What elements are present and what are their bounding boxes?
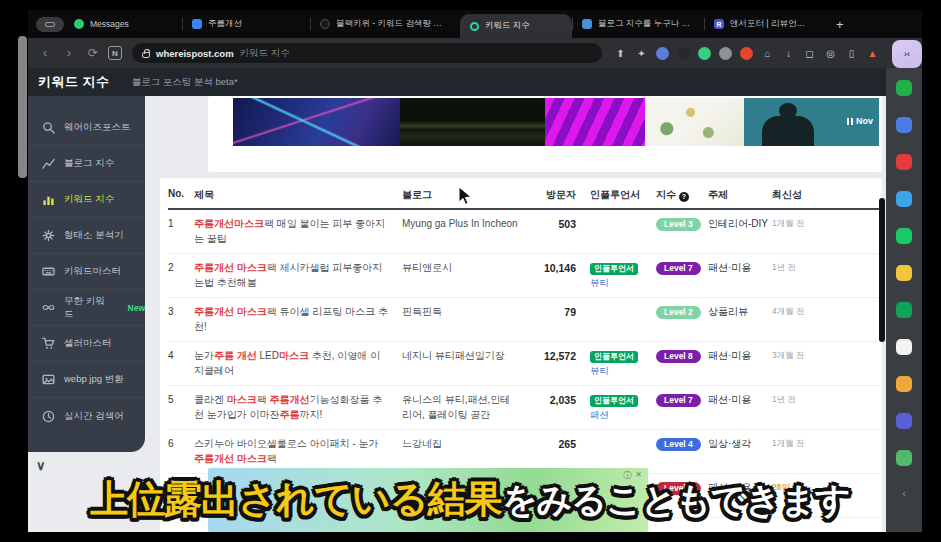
url-host: whereispost.com bbox=[156, 48, 234, 59]
visitor-count: 10,146 bbox=[528, 261, 576, 276]
green-play-app-icon[interactable] bbox=[896, 302, 912, 318]
browser-tab-3[interactable]: 블랙키위 - 키워드 검색량 조회 bbox=[310, 10, 460, 38]
blog-name[interactable]: Myung ga Plus In Incheon bbox=[402, 217, 528, 232]
post-title-link[interactable]: 콜라겐 마스크팩 주름개선기능성화장품 추천 눈가입가 이마잔주름까지! bbox=[194, 393, 402, 422]
tab-group-pill[interactable] bbox=[36, 17, 64, 32]
blog-name[interactable]: 네지니 뷰티패션일기장 bbox=[402, 349, 528, 364]
sidebar-item-5[interactable]: 키워드마스터 bbox=[28, 254, 145, 290]
row-number: 2 bbox=[168, 261, 194, 276]
tab-label: 앤서포터 | 리뷰언즈 포털 bbox=[730, 18, 812, 30]
row-number: 6 bbox=[168, 437, 194, 452]
clock-icon bbox=[42, 410, 55, 423]
sidebar-item-7[interactable]: 셀러마스터 bbox=[28, 326, 145, 362]
post-title-link[interactable]: 눈가주름 개선 LED마스크 추천, 이영애 이지클레어 bbox=[194, 349, 402, 378]
lightblue-app-icon[interactable] bbox=[896, 191, 912, 207]
banner-segment-circuit-art[interactable] bbox=[233, 98, 400, 146]
browser-tab-6[interactable]: R앤서포터 | 리뷰언즈 포털 bbox=[704, 10, 822, 38]
profile-gray-avatar[interactable] bbox=[719, 47, 732, 60]
infinity-icon bbox=[42, 301, 55, 314]
split-icon[interactable]: ▯ bbox=[845, 47, 858, 60]
sidebar-item-1[interactable]: 웨어이즈포스트 bbox=[28, 110, 145, 146]
visitor-count: 12,572 bbox=[528, 349, 576, 364]
gear-icon bbox=[42, 229, 55, 242]
banner-segment-laptop[interactable] bbox=[400, 98, 545, 146]
orange-app-icon[interactable] bbox=[896, 376, 912, 392]
banner-segment-person-teal[interactable]: Nov bbox=[744, 98, 879, 146]
influencer-badge: 인플루언서 bbox=[590, 395, 638, 407]
chat-icon[interactable]: ◻ bbox=[803, 47, 816, 60]
page-scrollbar[interactable] bbox=[879, 198, 885, 342]
topic: 일상·생각 bbox=[706, 437, 768, 452]
browser-tab-1[interactable]: Messages bbox=[64, 10, 182, 38]
banner-segment-magenta-stripes[interactable] bbox=[545, 98, 645, 146]
messages-icon bbox=[74, 19, 84, 29]
blog-name[interactable]: 핀득핀득 bbox=[402, 305, 528, 320]
reload-icon[interactable]: ⟳ bbox=[86, 46, 100, 60]
sidebar-item-8[interactable]: webp jpg 변환 bbox=[28, 362, 145, 398]
download-icon[interactable]: ↓ bbox=[782, 47, 795, 60]
level-help-icon[interactable]: ? bbox=[679, 192, 689, 202]
green-ring-app-icon[interactable] bbox=[896, 228, 912, 244]
profile-green-avatar[interactable] bbox=[698, 47, 711, 60]
purple-app-icon[interactable] bbox=[896, 413, 912, 429]
influencer-cell: 인플루언서 패션 bbox=[576, 393, 646, 422]
warning-icon[interactable]: ▲ bbox=[866, 47, 879, 60]
post-title-link[interactable]: 주름개선 마스크팩 제시카셀럽 피부좋아지는법 추천해봄 bbox=[194, 261, 402, 290]
sidebar-item-9[interactable]: 실시간 검색어 bbox=[28, 398, 145, 434]
green-app-icon[interactable] bbox=[896, 80, 912, 96]
back-icon[interactable]: ‹ bbox=[38, 46, 52, 60]
yellow-app-icon[interactable] bbox=[896, 265, 912, 281]
row-number: 5 bbox=[168, 393, 194, 408]
blue-app-icon[interactable] bbox=[896, 117, 912, 133]
browser-tab-5[interactable]: 블로그 지수를 누구나 확인하세 bbox=[572, 10, 704, 38]
profile-red-avatar[interactable] bbox=[740, 47, 753, 60]
browser-toolbar: ‹ › ⟳ N whereispost.com 키워드 지수 ⬆✦⌂↓◻◎▯▲ … bbox=[28, 38, 922, 68]
level-cell: Level 3 bbox=[646, 217, 706, 232]
profile-dark-avatar[interactable] bbox=[677, 47, 690, 60]
blog-name[interactable]: 뷰티앤로시 bbox=[402, 261, 528, 276]
address-bar[interactable]: whereispost.com 키워드 지수 bbox=[132, 43, 602, 63]
level-badge: Level 8 bbox=[656, 350, 701, 364]
post-title-link[interactable]: 주름개선 마스크팩 듀이셀 리프팅 마스크 추천! bbox=[194, 305, 402, 334]
sidebar-toggle-button[interactable]: ›‹ bbox=[892, 40, 922, 68]
browser-tab-4[interactable]: 키워드 지수 bbox=[460, 14, 572, 38]
post-title-link[interactable]: 스키누아 바이오셀룰로스 아이패치 - 눈가 주름개선 마스크팩 bbox=[194, 437, 402, 466]
recency: 1개월 전 bbox=[768, 217, 808, 229]
level-badge: Level 7 bbox=[656, 394, 701, 408]
sidebar-item-label: 웨어이즈포스트 bbox=[64, 121, 131, 134]
sidebar-item-2[interactable]: 블로그 지수 bbox=[28, 146, 145, 182]
extensions-icon[interactable]: ✦ bbox=[635, 47, 648, 60]
blog-name[interactable]: 유니스의 뷰티,패션,인테리어, 플레이팅 공간 bbox=[402, 393, 528, 422]
share-icon[interactable]: ⬆ bbox=[614, 47, 627, 60]
banner-cta-label: Nov bbox=[856, 116, 873, 126]
sidebar-collapse-chevron[interactable]: ∨ bbox=[36, 458, 46, 473]
sidebar-item-3[interactable]: 키워드 지수 bbox=[28, 182, 145, 218]
white-red-app-icon[interactable] bbox=[896, 339, 912, 355]
post-title-link[interactable]: 주름개선마스크팩 매일 붙이는 피부 좋아지는 꿀팁 bbox=[194, 217, 402, 246]
recency: 1년 전 bbox=[768, 393, 808, 405]
home-icon[interactable]: ⌂ bbox=[761, 47, 774, 60]
target-icon[interactable]: ◎ bbox=[824, 47, 837, 60]
tab-label: 주름개선 bbox=[208, 18, 242, 30]
light-green-app-icon[interactable] bbox=[896, 450, 912, 466]
site-subtitle[interactable]: 블로그 포스팅 분석 beta* bbox=[132, 76, 238, 89]
sidebar-item-6[interactable]: 무한 키워드New bbox=[28, 290, 145, 326]
profile-blue-avatar[interactable] bbox=[656, 47, 669, 60]
topic: 패션·미용 bbox=[706, 349, 768, 364]
sidebar-item-label: webp jpg 변환 bbox=[64, 373, 124, 386]
banner-segment-flowers[interactable] bbox=[645, 98, 744, 146]
col-visitors: 방문자 bbox=[528, 188, 576, 202]
forward-icon[interactable]: › bbox=[62, 46, 76, 60]
extension-n-icon[interactable]: N bbox=[108, 46, 122, 60]
bar-chart-icon bbox=[42, 193, 55, 206]
red-app-icon[interactable] bbox=[896, 154, 912, 170]
naver-wave-icon bbox=[192, 19, 202, 29]
col-no: No. bbox=[168, 188, 194, 199]
browser-tab-2[interactable]: 주름개선 bbox=[182, 10, 310, 38]
blog-name[interactable]: 느강네집 bbox=[402, 437, 528, 452]
tab-label: 블로그 지수를 누구나 확인하세 bbox=[598, 18, 694, 30]
new-tab-button[interactable]: + bbox=[836, 17, 844, 32]
strip-collapse-icon[interactable]: ‹ bbox=[902, 487, 906, 499]
ad-banner[interactable]: Nov bbox=[233, 98, 879, 146]
sidebar-item-4[interactable]: 형태소 분석기 bbox=[28, 218, 145, 254]
